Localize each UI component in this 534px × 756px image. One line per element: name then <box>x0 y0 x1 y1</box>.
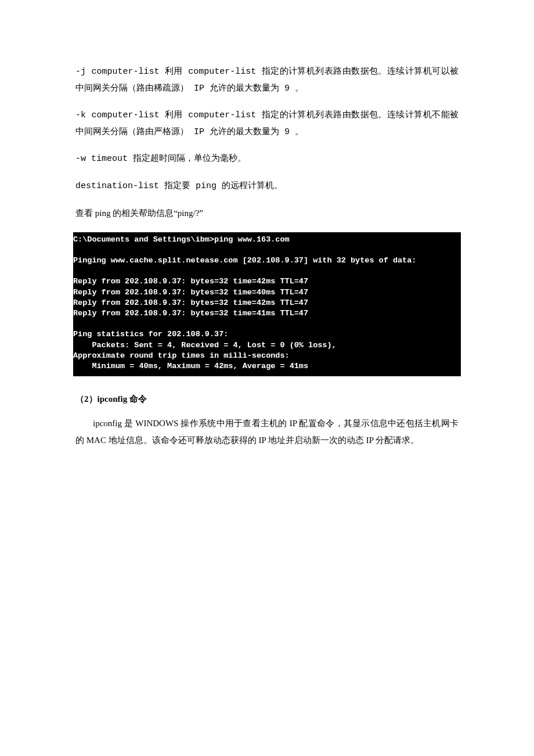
paragraph-option-w: -w timeout 指定超时间隔，单位为毫秒。 <box>75 151 459 168</box>
terminal-line: Reply from 202.108.9.37: bytes=32 time=4… <box>73 309 308 318</box>
section-heading-ipconfig: （2）ipconfig 命令 <box>75 394 459 405</box>
paragraph-ipconfig-description: ipconfig 是 WINDOWS 操作系统中用于查看主机的 IP 配置命令，… <box>75 415 459 448</box>
heading-suffix: 命令 <box>127 394 147 404</box>
terminal-screenshot: C:\Documents and Settings\ibm>ping www.1… <box>73 232 461 377</box>
paragraph-destination-list: destination-list 指定要 ping 的远程计算机。 <box>75 178 459 195</box>
terminal-line: Reply from 202.108.9.37: bytes=32 time=4… <box>73 288 308 297</box>
terminal-line: Packets: Sent = 4, Received = 4, Lost = … <box>73 341 337 350</box>
heading-prefix: （2） <box>75 394 98 404</box>
terminal-line: Reply from 202.108.9.37: bytes=32 time=4… <box>73 298 308 307</box>
terminal-line: Reply from 202.108.9.37: bytes=32 time=4… <box>73 277 308 286</box>
paragraph-ping-help: 查看 ping 的相关帮助信息“ping/?” <box>75 205 459 222</box>
terminal-line: Minimum = 40ms, Maximum = 42ms, Average … <box>73 362 308 370</box>
terminal-line: C:\Documents and Settings\ibm>ping www.1… <box>73 235 290 244</box>
terminal-line: Ping statistics for 202.108.9.37: <box>73 330 228 339</box>
terminal-line: Pinging www.cache.split.netease.com [202… <box>73 256 416 265</box>
document-page: -j computer-list 利用 computer-list 指定的计算机… <box>0 0 534 471</box>
heading-command: ipconfig <box>98 394 128 404</box>
terminal-line: Approximate round trip times in milli-se… <box>73 351 290 360</box>
paragraph-option-j: -j computer-list 利用 computer-list 指定的计算机… <box>75 64 459 97</box>
paragraph-option-k: -k computer-list 利用 computer-list 指定的计算机… <box>75 107 459 141</box>
